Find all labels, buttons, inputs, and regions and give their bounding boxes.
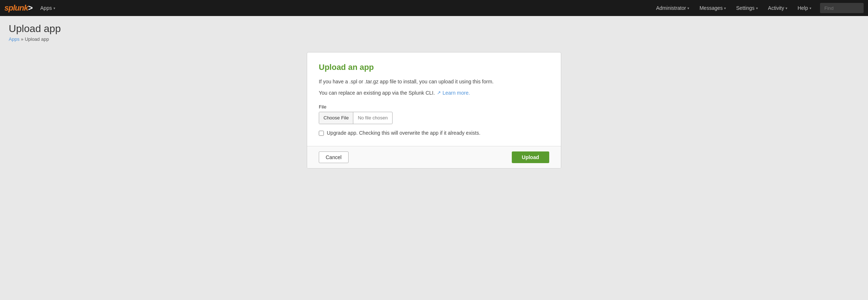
nav-apps[interactable]: Apps ▾ xyxy=(35,0,60,16)
file-field-label: File xyxy=(319,104,549,110)
upgrade-checkbox[interactable] xyxy=(319,131,324,136)
learn-more-link[interactable]: ↗ Learn more. xyxy=(437,89,470,97)
nav-right: Administrator ▾ Messages ▾ Settings ▾ Ac… xyxy=(651,0,864,16)
breadcrumb-separator: » xyxy=(21,36,23,42)
nav-settings-chevron: ▾ xyxy=(756,6,758,10)
card-footer: Cancel Upload xyxy=(307,146,561,168)
breadcrumb: Apps » Upload app xyxy=(9,36,859,42)
breadcrumb-apps-link[interactable]: Apps xyxy=(9,36,20,42)
nav-activity[interactable]: Activity ▾ xyxy=(763,0,792,16)
external-link-icon: ↗ xyxy=(437,89,441,96)
page-title: Upload app xyxy=(9,23,859,35)
upload-button[interactable]: Upload xyxy=(512,151,549,163)
learn-more-label: Learn more. xyxy=(442,89,470,97)
splunk-logo: splunk> xyxy=(4,3,32,13)
nav-messages[interactable]: Messages ▾ xyxy=(694,0,731,16)
nav-settings[interactable]: Settings ▾ xyxy=(731,0,763,16)
logo[interactable]: splunk> xyxy=(4,3,32,13)
nav-messages-chevron: ▾ xyxy=(724,6,726,10)
nav-help-chevron: ▾ xyxy=(809,6,811,10)
nav-settings-label: Settings xyxy=(736,5,755,11)
file-input-wrapper[interactable]: Choose File No file chosen xyxy=(319,112,393,124)
nav-administrator-chevron: ▾ xyxy=(687,6,689,10)
nav-apps-label: Apps xyxy=(40,5,52,11)
nav-administrator-label: Administrator xyxy=(656,5,686,11)
nav-activity-label: Activity xyxy=(768,5,784,11)
breadcrumb-current: Upload app xyxy=(25,36,49,42)
nav-help-label: Help xyxy=(797,5,808,11)
no-file-text: No file chosen xyxy=(353,115,392,121)
upgrade-checkbox-label[interactable]: Upgrade app. Checking this will overwrit… xyxy=(327,130,481,136)
nav-apps-chevron: ▾ xyxy=(53,6,55,10)
nav-messages-label: Messages xyxy=(699,5,723,11)
find-input[interactable] xyxy=(820,3,864,13)
upload-card: Upload an app If you have a .spl or .tar… xyxy=(307,52,561,169)
card-description1: If you have a .spl or .tar.gz app file t… xyxy=(319,78,549,86)
main-content: Upload an app If you have a .spl or .tar… xyxy=(0,45,868,176)
navbar: splunk> Apps ▾ Administrator ▾ Messages … xyxy=(0,0,868,16)
nav-help[interactable]: Help ▾ xyxy=(792,0,816,16)
card-title: Upload an app xyxy=(319,63,549,72)
upgrade-checkbox-row: Upgrade app. Checking this will overwrit… xyxy=(319,130,549,136)
card-description2: You can replace an existing app via the … xyxy=(319,89,549,97)
cancel-button[interactable]: Cancel xyxy=(319,151,349,163)
page-header: Upload app Apps » Upload app xyxy=(0,16,868,45)
card-body: Upload an app If you have a .spl or .tar… xyxy=(307,52,561,146)
choose-file-button[interactable]: Choose File xyxy=(319,112,353,124)
nav-activity-chevron: ▾ xyxy=(785,6,787,10)
nav-administrator[interactable]: Administrator ▾ xyxy=(651,0,694,16)
description2-prefix: You can replace an existing app via the … xyxy=(319,89,435,97)
